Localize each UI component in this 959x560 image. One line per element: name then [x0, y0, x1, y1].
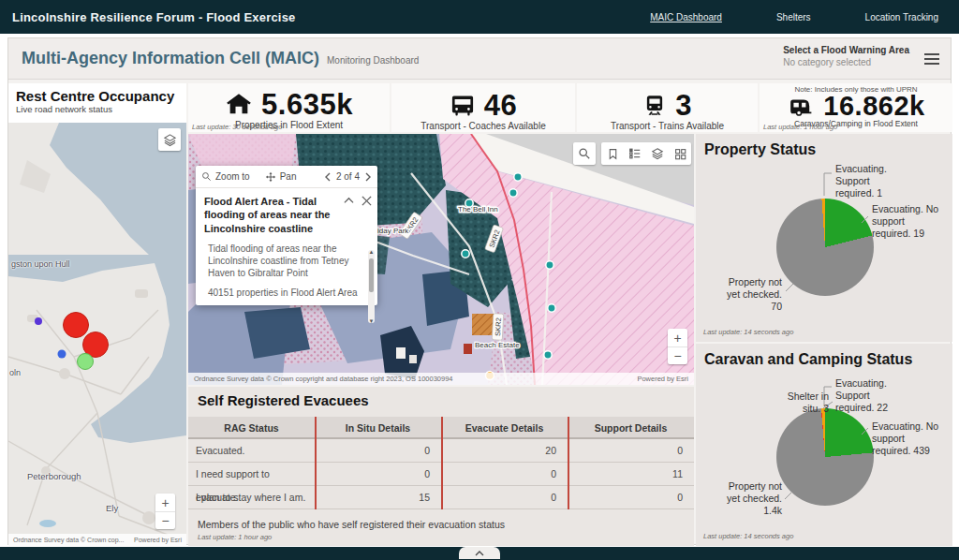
- rest-centre-marker-blue: [58, 350, 66, 359]
- stat-trains-available: 3 Transport - Trains Available: [577, 83, 758, 132]
- collapse-popup-icon[interactable]: [344, 196, 354, 206]
- flood-map[interactable]: SKR2 SKR2 SKR2 The Bell Inn Beach Estate…: [188, 134, 694, 385]
- zoom-out-button[interactable]: −: [155, 511, 175, 529]
- zoom-in-button[interactable]: +: [668, 329, 687, 346]
- nav-shelters[interactable]: Shelters: [776, 12, 811, 22]
- caravan-status-last-update: Last update: 14 seconds ago: [703, 532, 793, 540]
- layers-icon[interactable]: [158, 128, 181, 151]
- rest-centre-marker-red-1: [64, 313, 89, 338]
- zoom-in-button[interactable]: +: [155, 494, 175, 511]
- home-icon: [225, 92, 253, 118]
- pan-icon: [265, 171, 276, 183]
- in-situ-cell: 0: [315, 439, 441, 462]
- previous-feature-icon[interactable]: [324, 172, 332, 182]
- nav-maic-dashboard[interactable]: MAIC Dashboard: [650, 12, 722, 22]
- column-header: RAG Status: [188, 417, 315, 437]
- chevron-up-icon: [475, 551, 484, 556]
- flood-area-selector[interactable]: Select a Flood Warning Area No category …: [783, 45, 909, 67]
- popup-page-indicator: 2 of 4: [336, 171, 360, 182]
- evacuate-cell: 0: [441, 463, 568, 485]
- nav-location-tracking[interactable]: Location Tracking: [865, 12, 938, 22]
- dashboard-frame: Multi-Agency Information Cell (MAIC) Mon…: [7, 37, 952, 545]
- bookmark-icon[interactable]: [601, 142, 624, 165]
- evacuate-cell: 20: [441, 439, 568, 462]
- evacuees-title: Self Registered Evacuees: [198, 392, 369, 408]
- stat-properties-flood-extent: 5.635k Properties in Flood Extent Last u…: [188, 83, 390, 132]
- legend-icon[interactable]: [624, 142, 646, 165]
- basemap-icon[interactable]: [669, 142, 691, 165]
- stat-caravans-flood-extent: Note: Includes only those with UPRN 16.8…: [760, 83, 952, 132]
- left-map-zoom-control: + −: [155, 494, 175, 529]
- column-header: In Situ Details: [315, 417, 441, 437]
- pan-label: Pan: [280, 171, 297, 182]
- app-title: Lincolnshire Resilience Forum - Flood Ex…: [0, 10, 296, 24]
- evacuate-cell: 0: [441, 486, 568, 508]
- layers-icon[interactable]: [646, 142, 669, 165]
- expand-panel-button[interactable]: [459, 547, 500, 559]
- rest-centre-marker-green: [78, 354, 94, 370]
- label-lincoln: oln: [9, 368, 21, 377]
- rest-centre-marker-purple: [35, 317, 42, 325]
- left-map-attribution-text: Ordnance Survey data © Crown cop...: [13, 537, 124, 543]
- popup-description: Tidal flooding of areas near the Lincoln…: [204, 243, 364, 279]
- rest-centre-panel: Rest Centre Occupancy Live road network …: [8, 83, 186, 546]
- maic-dashboard-screen: Lincolnshire Resilience Forum - Flood Ex…: [0, 0, 959, 560]
- pie-label: Property not yet checked. 1.4k: [720, 480, 782, 517]
- train-icon: [642, 93, 667, 119]
- pie-label: Evacuating. No support required. 19: [872, 203, 941, 240]
- caravan-icon: [787, 95, 815, 119]
- stat-value: 5.635k: [261, 88, 353, 122]
- left-map-graphic: [8, 123, 186, 546]
- zoom-out-button[interactable]: −: [668, 346, 687, 364]
- property-status-panel: Property Status Evacuating. Support requ…: [696, 134, 952, 342]
- zoom-to-icon: [201, 171, 212, 182]
- evacuees-table: RAG Status In Situ Details Evacuate Deta…: [188, 417, 694, 509]
- popup-toolbar: Zoom to Pan 2 of 4: [196, 166, 377, 188]
- next-feature-icon[interactable]: [364, 172, 372, 182]
- pan-button[interactable]: Pan: [265, 171, 297, 183]
- map-toolbar: [573, 142, 691, 165]
- dashboard-header: Multi-Agency Information Cell (MAIC) Mon…: [8, 38, 951, 80]
- selector-title: Select a Flood Warning Area: [783, 45, 909, 55]
- support-cell: 0: [568, 439, 694, 462]
- rest-centre-title: Rest Centre Occupancy: [8, 83, 186, 104]
- support-cell: 0: [568, 486, 694, 508]
- property-status-last-update: Last update: 14 seconds ago: [703, 328, 793, 336]
- label-peterborough: Peterborough: [27, 471, 81, 481]
- map-zoom-control: + −: [668, 329, 687, 364]
- rag-status-cell: I need support to evacuate.: [188, 463, 315, 485]
- left-map-attribution: Ordnance Survey data © Crown cop... Powe…: [8, 534, 186, 546]
- dashboard-title: Multi-Agency Information Cell (MAIC): [22, 49, 319, 68]
- label-ely: Ely: [106, 503, 118, 513]
- caravan-status-pie[interactable]: [776, 408, 874, 506]
- popup-scrollbar[interactable]: ▲ ▼: [368, 250, 375, 323]
- property-status-title: Property Status: [704, 141, 816, 158]
- column-header: Evacuate Details: [441, 417, 568, 437]
- rest-centre-subtitle: Live road network status: [8, 104, 186, 117]
- support-cell: 11: [568, 463, 694, 485]
- dashboard-subtitle: Monitoring Dashboard: [327, 55, 419, 66]
- stat-label: Transport - Trains Available: [577, 121, 758, 131]
- popup-properties-count: 40151 properties in Flood Alert Area: [204, 287, 364, 298]
- zoom-to-button[interactable]: Zoom to: [201, 171, 250, 182]
- bus-icon: [450, 93, 476, 119]
- caravan-status-panel: Caravan and Camping Status Shelter in si…: [696, 344, 952, 546]
- evacuees-last-update: Last update: 1 hour ago: [198, 533, 272, 541]
- caravan-status-title: Caravan and Camping Status: [704, 351, 912, 368]
- pie-label: Evacuating. Support required. 22: [835, 377, 903, 414]
- stat-value: 46: [484, 89, 517, 123]
- pie-label: Evacuating. No support required. 439: [872, 420, 939, 457]
- menu-icon[interactable]: [922, 51, 941, 67]
- pie-label: Shelter in situ. 3: [773, 391, 829, 415]
- scrollbar-thumb[interactable]: [369, 258, 374, 292]
- stat-label: Transport - Coaches Available: [391, 121, 575, 131]
- property-status-pie[interactable]: [776, 199, 874, 296]
- map-powered-by: Powered by Esri: [637, 375, 688, 383]
- column-header: Support Details: [568, 417, 694, 437]
- zoom-to-label: Zoom to: [215, 171, 250, 182]
- search-icon[interactable]: [573, 142, 596, 165]
- in-situ-cell: 0: [315, 463, 441, 485]
- close-popup-icon[interactable]: [361, 196, 372, 206]
- flood-alert-popup: Zoom to Pan 2 of 4 Flood Alert Area - Ti…: [196, 166, 377, 305]
- rest-centre-map[interactable]: gston upon Hull oln Peterborough Ely + −…: [8, 123, 186, 546]
